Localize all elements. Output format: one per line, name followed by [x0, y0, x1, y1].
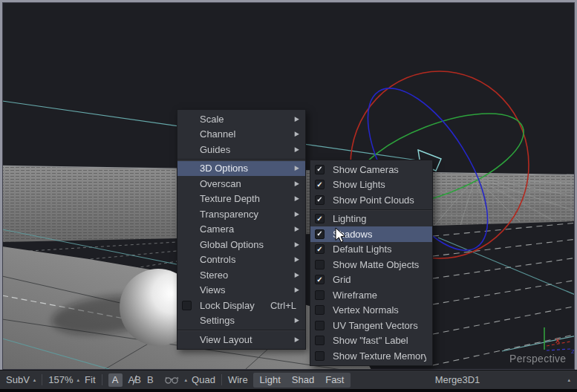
menu-item-gutter: [315, 290, 333, 300]
menu-item-gutter: ✓: [315, 195, 333, 205]
menu-item-label: Transparency: [200, 209, 290, 220]
submenu-item-show-cameras[interactable]: ✓Show Cameras: [310, 162, 432, 177]
menu-item-global-options[interactable]: Global Options▶: [177, 237, 305, 252]
3d-options-submenu: ✓Show Cameras✓Show Lights✓Show Point Clo…: [310, 160, 433, 366]
menu-item-label: Show Cameras: [333, 164, 426, 175]
dropdown-icon: ▴: [77, 377, 80, 383]
menu-item-overscan[interactable]: Overscan▶: [177, 176, 305, 192]
shading-button-fast[interactable]: Fast: [325, 374, 344, 385]
checkbox-checked-icon: ✓: [315, 195, 325, 205]
submenu-item-vertex-normals[interactable]: Vertex Normals: [310, 303, 432, 318]
submenu-item-wireframe[interactable]: Wireframe: [310, 287, 432, 303]
wire-label: Wire: [228, 374, 248, 385]
toolbar-divider: [42, 374, 42, 385]
menu-item-label: Texture Depth: [200, 193, 290, 204]
toolbar-divider: [221, 374, 222, 385]
submenu-item-lighting[interactable]: ✓Lighting: [310, 212, 432, 227]
quad-label: Quad: [192, 374, 215, 385]
menu-item-lock-display[interactable]: Lock DisplayCtrl+L: [177, 298, 305, 313]
menu-item-label: Lock Display: [200, 300, 270, 311]
zoom-level-button[interactable]: 157% ▴: [48, 374, 79, 385]
fit-button[interactable]: Fit: [85, 374, 95, 385]
checkbox-checked-icon: ✓: [315, 244, 325, 254]
submenu-arrow-icon: ▶: [295, 115, 299, 122]
checkbox-checked-icon: ✓: [315, 214, 325, 223]
menu-item-channel[interactable]: Channel▶: [177, 127, 305, 143]
view-label: Perspective: [509, 353, 566, 365]
menu-item-label: Controls: [200, 254, 290, 265]
checkbox-unchecked-icon: [315, 336, 325, 345]
submenu-item-show-fast-label[interactable]: Show "fast" Label: [310, 333, 432, 349]
checkbox-checked-icon: ✓: [315, 229, 325, 239]
menu-item-label: Show Texture Memory: [333, 350, 426, 362]
stereo-glasses-icon[interactable]: [164, 375, 180, 385]
submenu-arrow-icon: ▶: [295, 271, 299, 278]
submenu-arrow-icon: ▶: [295, 287, 299, 294]
submenu-item-default-lights[interactable]: ✓Default Lights: [310, 242, 432, 258]
submenu-arrow-icon: ▶: [295, 336, 299, 343]
submenu-item-grid[interactable]: ✓Grid: [310, 272, 432, 288]
menu-item-label: Views: [200, 284, 290, 295]
buffer-a-label: A: [112, 374, 119, 385]
node-name-label: Merge3D1: [435, 374, 480, 385]
menu-item-label: Settings: [200, 315, 290, 326]
menu-item-label: Show "fast" Label: [333, 335, 426, 346]
menu-item-settings[interactable]: Settings▶: [177, 313, 305, 329]
window-bottom-edge: [0, 389, 577, 392]
menu-item-label: Guides: [200, 144, 290, 155]
menu-item-gutter: [315, 321, 333, 330]
ab-compare-button[interactable]: A B: [128, 374, 141, 385]
shading-button-shad[interactable]: Shad: [292, 374, 314, 385]
menu-item-view-layout[interactable]: View Layout▶: [177, 332, 305, 347]
window-frame: [0, 0, 2, 370]
buffer-a-button[interactable]: A: [108, 373, 123, 387]
menu-item-3d-options[interactable]: 3D Options▶: [177, 161, 305, 177]
menu-item-gutter: [315, 351, 333, 361]
shading-button-light[interactable]: Light: [260, 374, 281, 385]
submenu-arrow-icon: ▶: [295, 256, 299, 264]
menu-item-stereo[interactable]: Stereo▶: [177, 267, 305, 283]
submenu-item-show-matte-objects[interactable]: Show Matte Objects: [310, 257, 432, 272]
menu-item-gutter: ✓: [315, 165, 333, 174]
fusion-3d-viewer-window: X Z Perspective Scale▶Channel▶Guides▶3D …: [0, 0, 577, 392]
menu-item-gutter: [315, 305, 333, 315]
submenu-item-shadows[interactable]: ✓Shadows: [310, 226, 432, 242]
viewer-toolbar: SubV ▴ 157% ▴ Fit A A B B: [0, 370, 577, 389]
menu-item-gutter: [182, 301, 200, 310]
menu-item-label: Lighting: [333, 213, 426, 224]
expand-icon[interactable]: ▴: [567, 377, 577, 383]
menu-item-gutter: ✓: [315, 180, 333, 189]
menu-item-transparency[interactable]: Transparency▶: [177, 206, 305, 222]
menu-item-label: 3D Options: [200, 163, 290, 174]
menu-item-guides[interactable]: Guides▶: [177, 142, 305, 157]
menu-item-controls[interactable]: Controls▶: [177, 252, 305, 268]
submenu-arrow-icon: ▶: [295, 131, 299, 138]
dropdown-icon[interactable]: ▴: [185, 377, 188, 383]
subview-button[interactable]: SubV ▴: [6, 374, 36, 385]
quad-view-button[interactable]: Quad: [192, 374, 215, 385]
wireframe-toggle-button[interactable]: Wire: [228, 374, 248, 385]
menu-item-label: Grid: [333, 274, 426, 285]
buffer-b-label: B: [147, 374, 154, 385]
menu-item-label: Global Options: [200, 239, 290, 250]
submenu-arrow-icon: ▶: [295, 146, 299, 153]
buffer-b-button[interactable]: B: [147, 374, 154, 385]
submenu-item-show-lights[interactable]: ✓Show Lights: [310, 177, 432, 193]
menu-item-camera[interactable]: Camera▶: [177, 222, 305, 238]
node-selector[interactable]: Merge3D1: [351, 374, 564, 385]
submenu-item-uv-tangent-vectors[interactable]: UV Tangent Vectors: [310, 318, 432, 333]
menu-item-label: View Layout: [200, 334, 290, 345]
menu-item-views[interactable]: Views▶: [177, 283, 305, 298]
submenu-item-show-point-clouds[interactable]: ✓Show Point Clouds: [310, 192, 432, 208]
context-menu: Scale▶Channel▶Guides▶3D Options▶Overscan…: [177, 109, 306, 350]
menu-item-gutter: [315, 260, 333, 270]
fit-label: Fit: [85, 374, 95, 385]
menu-item-texture-depth[interactable]: Texture Depth▶: [177, 192, 305, 207]
checkbox-checked-icon: ✓: [315, 180, 325, 189]
menu-item-label: Channel: [200, 128, 290, 140]
menu-item-scale[interactable]: Scale▶: [177, 111, 305, 127]
menu-item-label: UV Tangent Vectors: [333, 320, 426, 331]
submenu-item-show-texture-memory[interactable]: Show Texture Memory: [310, 348, 432, 364]
toolbar-divider: [102, 374, 102, 385]
window-frame: [0, 0, 577, 2]
